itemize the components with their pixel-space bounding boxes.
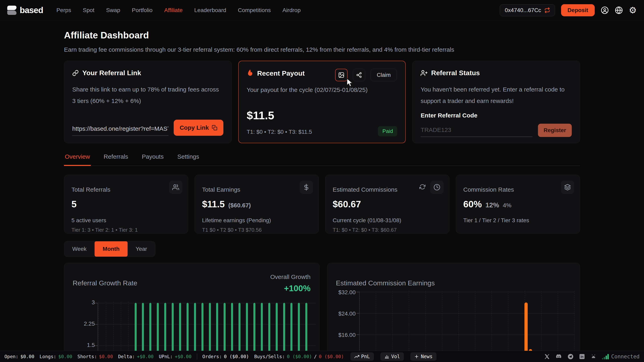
referral-link-input[interactable] (72, 125, 168, 136)
longs-value: $0.00 (58, 354, 72, 359)
recent-payout-card: Recent Payout Claim Your payout for the … (238, 61, 406, 143)
svg-text:in: in (580, 355, 584, 359)
screenshot-button[interactable] (335, 69, 348, 81)
copy-link-label: Copy Link (180, 124, 209, 131)
tab-settings[interactable]: Settings (176, 153, 200, 166)
connected-label: Connected (611, 354, 640, 360)
earnings-ytick-24: $24.00 (328, 311, 356, 317)
brand-logo-icon (7, 6, 16, 15)
recent-payout-title: Recent Payout (257, 69, 305, 77)
total-earnings-value: $11.5 (202, 199, 225, 210)
growth-ytick-3: 3 (65, 299, 95, 306)
overall-growth-block: Overall Growth +100% (270, 274, 310, 293)
dashboard-tabs: Overview Referrals Payouts Settings (64, 153, 580, 166)
upnl-value: +$0.00 (175, 354, 192, 359)
settings-button[interactable]: ⚙ (629, 6, 637, 15)
status-bar: Open:$0.00 Longs:$0.00 Shorts:$0.00 Delt… (0, 351, 644, 362)
refresh-icon (420, 184, 426, 190)
period-month[interactable]: Month (94, 241, 128, 257)
recent-payout-description: Your payout for the cycle (02/07/25-01/0… (247, 84, 398, 95)
nav-link-swap[interactable]: Swap (106, 7, 120, 13)
total-earnings-secondary: ($60.67) (228, 202, 251, 209)
gear-icon: ⚙ (629, 6, 637, 15)
language-button[interactable] (615, 6, 623, 14)
share-button[interactable] (353, 69, 365, 81)
referral-code-input[interactable] (420, 126, 532, 137)
x-twitter-icon[interactable] (544, 354, 550, 360)
deposit-button[interactable]: Deposit (561, 4, 595, 16)
register-button[interactable]: Register (538, 124, 572, 137)
tier1-rate: 60% (463, 199, 482, 210)
wallet-address-chip[interactable]: 0x4740...67Cc (500, 4, 555, 16)
earnings-ytick-32: $32.00 (328, 289, 356, 296)
swap-arrows-icon (544, 7, 550, 13)
telegram-icon[interactable] (567, 353, 574, 360)
referral-status-title: Referral Status (431, 69, 480, 77)
wallet-address: 0x4740...67Cc (505, 7, 541, 13)
vol-label: Vol (391, 354, 400, 360)
nav-link-spot[interactable]: Spot (83, 7, 94, 13)
total-earnings-sub2: T1 $0 • T2 $0 • T3 $70.56 (202, 227, 311, 233)
tab-referrals[interactable]: Referrals (103, 153, 129, 166)
page-title: Affiliate Dashboard (64, 30, 580, 41)
plus-icon (414, 354, 419, 359)
layers-icon (564, 184, 571, 191)
total-referrals-sub1: 5 active users (72, 217, 181, 224)
payout-tier-breakdown: T1: $0 • T2: $0 • T3: $11.5 (247, 129, 312, 135)
total-referrals-card: Total Referrals 5 5 active users Tier 1:… (64, 175, 188, 234)
nav-link-competitions[interactable]: Competitions (238, 7, 271, 13)
discord-icon[interactable] (555, 353, 562, 360)
pnl-button[interactable]: PnL (350, 352, 374, 361)
account-button[interactable] (601, 6, 609, 14)
news-button[interactable]: News (410, 352, 436, 361)
period-year[interactable]: Year (128, 241, 155, 257)
nav-link-affiliate[interactable]: Affiliate (164, 7, 182, 13)
charts-row: Referral Growth Rate Overall Growth +100… (64, 263, 580, 362)
user-circle-icon (601, 6, 609, 14)
total-earnings-sub1: Lifetime earnings (Pending) (202, 217, 311, 224)
copy-link-button[interactable]: Copy Link (174, 120, 224, 136)
brand-name: based (20, 5, 43, 15)
tab-overview[interactable]: Overview (64, 153, 91, 166)
linkedin-icon[interactable]: in (579, 354, 585, 360)
shorts-label: Shorts: (78, 354, 97, 359)
users-icon (172, 184, 179, 191)
tier2-rate: 12% (486, 201, 499, 209)
refresh-button[interactable] (420, 184, 426, 191)
delta-label: Delta: (118, 354, 135, 359)
commission-rates-card: Commission Rates 60% 12% 4% Tier 1 / Tie… (456, 175, 580, 234)
android-icon[interactable] (590, 353, 597, 360)
news-label: News (421, 354, 432, 360)
nav-link-airdrop[interactable]: Airdrop (282, 7, 300, 13)
total-referrals-sub2: Tier 1: 3 • Tier 2: 1 • Tier 3: 1 (72, 227, 181, 233)
open-label: Open: (4, 354, 18, 359)
dollar-icon (303, 184, 310, 191)
claim-button[interactable]: Claim (370, 69, 397, 81)
nav-link-perps[interactable]: Perps (56, 7, 71, 13)
tab-payouts[interactable]: Payouts (141, 153, 164, 166)
share-icon (356, 72, 362, 78)
total-referrals-title: Total Referrals (72, 186, 181, 193)
commission-earnings-chart-title: Estimated Commission Earnings (336, 279, 435, 287)
top-cards-row: Your Referral Link Share this link to ea… (64, 61, 580, 143)
overall-growth-value: +100% (270, 284, 310, 293)
page-subtitle: Earn trading fee commissions through our… (64, 46, 580, 53)
estimated-commissions-title: Estimated Commissions (333, 186, 442, 193)
upnl-label: UPnL: (159, 354, 173, 359)
referral-status-card: Referral Status You haven't been referre… (412, 61, 580, 143)
main-content: Affiliate Dashboard Earn trading fee com… (0, 30, 644, 362)
delta-value: +$0.00 (137, 354, 154, 359)
user-plus-icon (420, 70, 428, 76)
paid-status-badge: Paid (378, 126, 397, 136)
nav-link-leaderboard[interactable]: Leaderboard (194, 7, 226, 13)
period-week[interactable]: Week (64, 241, 94, 257)
total-referrals-value: 5 (72, 199, 77, 210)
nav-link-portfolio[interactable]: Portfolio (132, 7, 152, 13)
vol-button[interactable]: Vol (380, 352, 404, 361)
growth-ytick-15: 1.5 (65, 342, 95, 348)
link-icon (72, 70, 79, 76)
stats-row: Total Referrals 5 5 active users Tier 1:… (64, 175, 580, 234)
brand-logo[interactable]: based (7, 5, 43, 15)
users-icon-tile (169, 181, 182, 194)
buys-sells-slash: / (314, 354, 317, 359)
